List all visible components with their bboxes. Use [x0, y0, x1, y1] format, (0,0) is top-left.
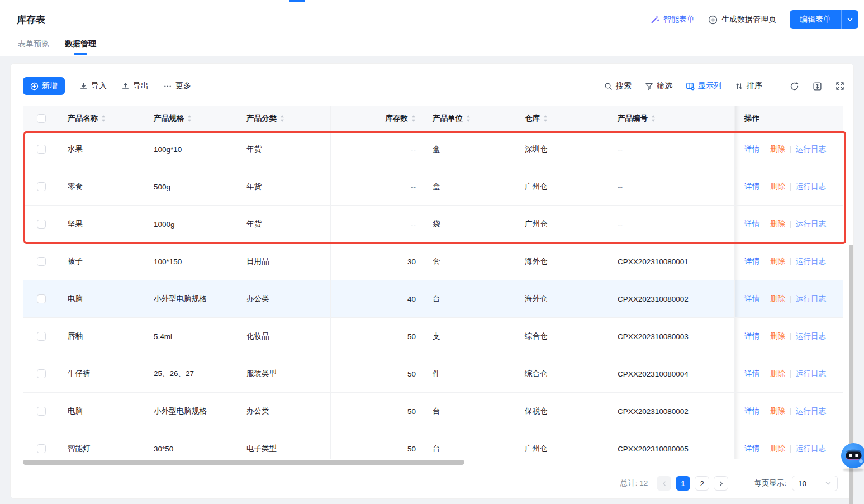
- filter-button[interactable]: 筛选: [645, 81, 672, 91]
- generate-admin-page-button[interactable]: 生成数据管理页: [708, 15, 776, 25]
- detail-link[interactable]: 详情: [744, 444, 759, 454]
- detail-link[interactable]: 详情: [744, 144, 759, 154]
- fullscreen-icon: [835, 82, 844, 91]
- delete-link[interactable]: 删除: [770, 331, 785, 341]
- run-log-link[interactable]: 运行日志: [796, 331, 826, 341]
- add-button[interactable]: 新增: [23, 77, 65, 95]
- delete-link[interactable]: 删除: [770, 294, 785, 304]
- sort-caret-icon[interactable]: [411, 115, 416, 122]
- run-log-link[interactable]: 运行日志: [796, 182, 826, 192]
- detail-link[interactable]: 详情: [744, 331, 759, 341]
- export-icon: [121, 82, 130, 91]
- sort-caret-icon[interactable]: [101, 115, 106, 122]
- row-height-button[interactable]: [813, 82, 822, 91]
- detail-link[interactable]: 详情: [744, 219, 759, 229]
- header-product-code[interactable]: 产品编号: [609, 106, 701, 131]
- action-separator: [765, 183, 765, 191]
- edit-form-button[interactable]: 编辑表单: [790, 10, 841, 29]
- cell-product-spec: 30*50: [145, 430, 238, 459]
- row-checkbox[interactable]: [37, 332, 46, 341]
- cell-warehouse: 广州仓: [516, 168, 609, 206]
- row-checkbox[interactable]: [37, 407, 46, 416]
- run-log-link[interactable]: 运行日志: [796, 144, 826, 154]
- detail-link[interactable]: 详情: [744, 369, 759, 379]
- per-page-select[interactable]: 10: [792, 476, 838, 491]
- header-warehouse[interactable]: 仓库: [516, 106, 609, 131]
- smart-form-button[interactable]: 智能表单: [651, 15, 695, 25]
- header-actions: 智能表单 生成数据管理页 编辑表单: [651, 10, 858, 29]
- more-button[interactable]: 更多: [163, 81, 191, 91]
- action-separator: [790, 258, 791, 265]
- page-button-1[interactable]: 1: [676, 476, 690, 491]
- next-page-button[interactable]: [714, 476, 728, 491]
- sort-caret-icon[interactable]: [280, 115, 284, 122]
- action-separator: [765, 258, 765, 265]
- row-checkbox[interactable]: [37, 145, 46, 154]
- tab-data-management[interactable]: 数据管理: [63, 37, 98, 56]
- cell-spacer: [701, 206, 735, 243]
- delete-link[interactable]: 删除: [770, 144, 785, 154]
- row-checkbox[interactable]: [37, 294, 46, 303]
- detail-link[interactable]: 详情: [744, 256, 759, 267]
- run-log-link[interactable]: 运行日志: [796, 369, 826, 379]
- delete-link[interactable]: 删除: [770, 219, 785, 229]
- cell-stock-count: 30: [331, 243, 424, 280]
- delete-link[interactable]: 删除: [770, 256, 785, 267]
- run-log-link[interactable]: 运行日志: [796, 256, 826, 267]
- chevron-left-icon: [661, 481, 667, 487]
- cell-product-code: --: [609, 206, 701, 243]
- header-product-name[interactable]: 产品名称: [59, 106, 145, 131]
- cell-product-category: 电子类型: [238, 430, 331, 459]
- sort-caret-icon[interactable]: [466, 115, 471, 122]
- sort-button[interactable]: 排序: [735, 81, 762, 91]
- delete-link[interactable]: 删除: [770, 369, 785, 379]
- chatbot-button[interactable]: [841, 443, 864, 469]
- table-body: 水果 100g*10 年货 -- 盒 深圳仓 -- 详情 删除 运行日志 零食 …: [23, 131, 843, 459]
- cell-product-spec: 100*150: [145, 243, 238, 280]
- page-button-2[interactable]: 2: [695, 476, 709, 491]
- sort-caret-icon[interactable]: [187, 115, 192, 122]
- tab-bar: 表单预览 数据管理: [16, 37, 98, 56]
- select-all-checkbox[interactable]: [37, 114, 46, 123]
- cell-spacer: [701, 243, 735, 280]
- detail-link[interactable]: 详情: [744, 182, 759, 192]
- row-checkbox[interactable]: [37, 369, 46, 378]
- table-row: 被子 100*150 日用品 30 套 海外仓 CPXX202310080001…: [23, 243, 843, 280]
- run-log-link[interactable]: 运行日志: [796, 444, 826, 454]
- import-button[interactable]: 导入: [79, 81, 107, 91]
- row-checkbox[interactable]: [37, 182, 46, 191]
- run-log-link[interactable]: 运行日志: [796, 219, 826, 229]
- header-product-spec[interactable]: 产品规格: [145, 106, 238, 131]
- cell-product-unit: 袋: [424, 206, 516, 243]
- table-row: 零食 500g 年货 -- 盒 广州仓 -- 详情 删除 运行日志: [23, 168, 843, 206]
- app-header: 库存表 表单预览 数据管理 智能表单: [0, 0, 864, 56]
- export-button[interactable]: 导出: [121, 81, 149, 91]
- row-checkbox[interactable]: [37, 257, 46, 266]
- prev-page-button[interactable]: [657, 476, 671, 491]
- header-stock-count[interactable]: 库存数: [331, 106, 424, 131]
- refresh-button[interactable]: [790, 82, 799, 91]
- horizontal-scrollbar-thumb[interactable]: [23, 460, 464, 465]
- header-product-category[interactable]: 产品分类: [238, 106, 331, 131]
- header-product-unit[interactable]: 产品单位: [424, 106, 516, 131]
- detail-link[interactable]: 详情: [744, 294, 759, 304]
- search-button[interactable]: 搜索: [604, 81, 632, 91]
- fullscreen-button[interactable]: [835, 82, 844, 91]
- action-separator: [765, 445, 765, 453]
- run-log-link[interactable]: 运行日志: [796, 294, 826, 304]
- edit-form-dropdown-button[interactable]: [841, 10, 858, 29]
- delete-link[interactable]: 删除: [770, 444, 785, 454]
- row-checkbox[interactable]: [37, 444, 46, 453]
- detail-link[interactable]: 详情: [744, 406, 759, 416]
- cell-spacer: [701, 168, 735, 206]
- run-log-link[interactable]: 运行日志: [796, 406, 826, 416]
- cell-product-category: 年货: [238, 131, 331, 168]
- display-columns-button[interactable]: 显示列: [686, 81, 721, 91]
- row-checkbox[interactable]: [37, 220, 46, 229]
- tab-form-preview[interactable]: 表单预览: [16, 37, 51, 56]
- delete-link[interactable]: 删除: [770, 182, 785, 192]
- sort-caret-icon[interactable]: [543, 115, 548, 122]
- cell-product-code: --: [609, 131, 701, 168]
- sort-caret-icon[interactable]: [651, 115, 656, 122]
- delete-link[interactable]: 删除: [770, 406, 785, 416]
